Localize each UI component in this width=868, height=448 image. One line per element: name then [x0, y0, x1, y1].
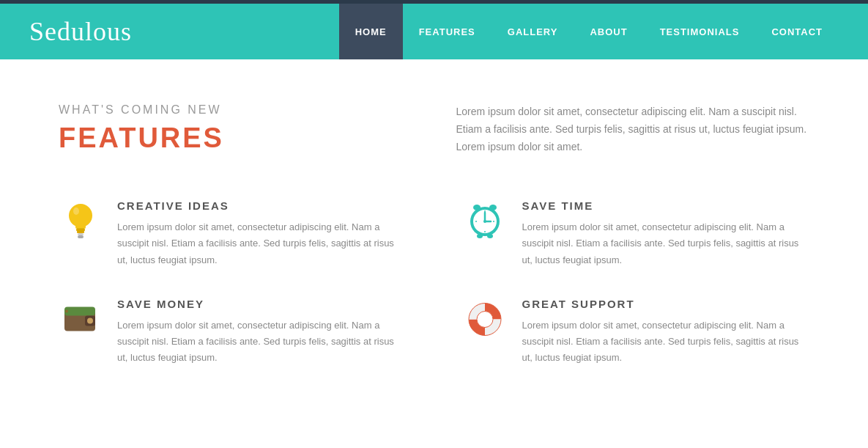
navbar: Sedulous HOME FEATURES GALLERY ABOUT TES… [0, 4, 868, 59]
svg-point-0 [69, 204, 92, 227]
feature-save-time-title: SAVE TIME [522, 199, 810, 212]
clock-icon [464, 199, 508, 243]
feature-great-support-desc: Lorem ipsum dolor sit amet, consectetur … [522, 317, 810, 366]
nav-item-testimonials[interactable]: TESTIMONIALS [644, 4, 756, 59]
nav-link-contact[interactable]: CONTACT [755, 4, 839, 59]
nav-link-home[interactable]: HOME [339, 4, 403, 59]
top-left: WHAT'S COMING NEW FEATURES [59, 103, 412, 155]
main-title: FEATURES [59, 122, 412, 154]
svg-point-21 [487, 234, 493, 238]
feature-save-money: SAVE MONEY Lorem ipsum dolor sit amet, c… [59, 298, 405, 366]
nav-item-features[interactable]: FEATURES [403, 4, 492, 59]
feature-save-money-title: SAVE MONEY [117, 298, 405, 310]
nav-item-contact[interactable]: CONTACT [755, 4, 839, 59]
feature-save-money-desc: Lorem ipsum dolor sit amet, consectetur … [117, 317, 405, 366]
svg-rect-4 [78, 233, 84, 235]
svg-point-15 [483, 220, 486, 223]
support-icon [464, 298, 508, 342]
svg-point-26 [65, 309, 68, 312]
svg-rect-1 [75, 224, 86, 229]
main-content: WHAT'S COMING NEW FEATURES Lorem ipsum d… [0, 59, 868, 410]
svg-point-25 [87, 317, 93, 323]
nav-item-gallery[interactable]: GALLERY [492, 4, 574, 59]
feature-save-time-desc: Lorem ipsum dolor sit amet, consectetur … [522, 219, 810, 268]
feature-save-money-text: SAVE MONEY Lorem ipsum dolor sit amet, c… [117, 298, 405, 366]
top-section: WHAT'S COMING NEW FEATURES Lorem ipsum d… [59, 103, 809, 155]
feature-creative-ideas: CREATIVE IDEAS Lorem ipsum dolor sit ame… [59, 199, 405, 268]
feature-creative-ideas-desc: Lorem ipsum dolor sit amet, consectetur … [117, 219, 405, 268]
nav-link-about[interactable]: ABOUT [574, 4, 643, 59]
feature-great-support-title: GREAT SUPPORT [522, 298, 810, 310]
feature-great-support-text: GREAT SUPPORT Lorem ipsum dolor sit amet… [522, 298, 810, 366]
nav-link-features[interactable]: FEATURES [403, 4, 492, 59]
feature-great-support: GREAT SUPPORT Lorem ipsum dolor sit amet… [464, 298, 810, 366]
svg-point-5 [73, 208, 79, 215]
nav-link-gallery[interactable]: GALLERY [492, 4, 574, 59]
logo[interactable]: Sedulous [29, 16, 132, 47]
svg-rect-6 [78, 235, 84, 238]
nav-item-about[interactable]: ABOUT [574, 4, 643, 59]
feature-creative-ideas-title: CREATIVE IDEAS [117, 199, 405, 212]
svg-point-20 [477, 234, 483, 238]
feature-save-time: SAVE TIME Lorem ipsum dolor sit amet, co… [464, 199, 810, 268]
main-description: Lorem ipsum dolor sit amet, consectetur … [456, 103, 810, 155]
feature-creative-ideas-text: CREATIVE IDEAS Lorem ipsum dolor sit ame… [117, 199, 405, 268]
nav-link-testimonials[interactable]: TESTIMONIALS [644, 4, 756, 59]
wallet-icon [59, 298, 103, 342]
top-right: Lorem ipsum dolor sit amet, consectetur … [456, 103, 810, 155]
bulb-icon [59, 199, 103, 243]
subtitle: WHAT'S COMING NEW [59, 103, 412, 117]
nav-item-home[interactable]: HOME [339, 4, 403, 59]
svg-rect-23 [64, 306, 95, 315]
features-grid: CREATIVE IDEAS Lorem ipsum dolor sit ame… [59, 199, 809, 366]
feature-save-time-text: SAVE TIME Lorem ipsum dolor sit amet, co… [522, 199, 810, 268]
nav-links: HOME FEATURES GALLERY ABOUT TESTIMONIALS… [339, 4, 839, 59]
